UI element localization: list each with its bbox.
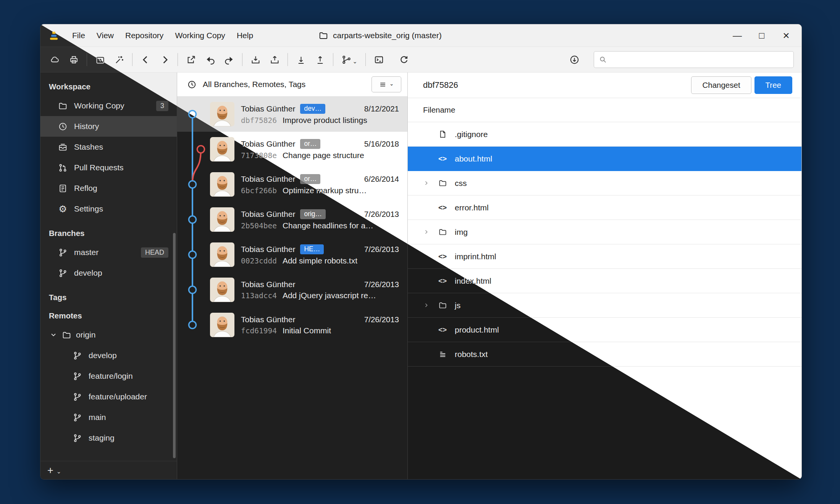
view-toggle: Changeset Tree [691, 76, 792, 94]
code-file-icon: <> [437, 204, 448, 212]
commit-content: Tobias Günther 7/26/2013 113adcc4 Add jQ… [241, 280, 407, 300]
sidebar-item-working-copy[interactable]: Working Copy 3 [40, 95, 177, 116]
quick-actions-button[interactable] [110, 51, 129, 68]
sidebar-item-remote-branch-feature-login[interactable]: feature/login [40, 366, 177, 386]
commit-date: 8/12/2021 [364, 104, 399, 113]
search-box [594, 51, 794, 68]
refresh-button[interactable] [394, 51, 413, 68]
commit-row[interactable]: Tobias Günther dev… 8/12/2021 dbf75826 I… [177, 97, 407, 132]
arrow-down-to-line-icon [296, 55, 306, 65]
history-options-button[interactable]: ⌄ [372, 76, 401, 92]
menu-repository[interactable]: Repository [120, 31, 169, 40]
push-button[interactable] [310, 51, 330, 68]
sidebar-item-remote-origin[interactable]: origin [40, 325, 177, 345]
print-button[interactable] [64, 51, 83, 68]
file-row[interactable]: .gitignore [408, 122, 801, 147]
maximize-button[interactable]: □ [750, 24, 774, 47]
avatar [210, 278, 234, 302]
sidebar-item-branch-master[interactable]: master HEAD [40, 242, 177, 263]
folder-row[interactable]: img [408, 220, 801, 244]
branch-label: feature/login [89, 372, 133, 381]
tree-button[interactable]: Tree [754, 76, 792, 94]
code-file-icon: <> [437, 277, 448, 285]
branch-badge: or… [300, 139, 320, 149]
stash-button[interactable] [246, 51, 265, 68]
sidebar-item-label: Pull Requests [74, 163, 124, 172]
sidebar-item-settings[interactable]: ⚙ Settings [40, 199, 177, 219]
commit-row[interactable]: Tobias Günther HE… 7/26/2013 0023cddd Ad… [177, 237, 407, 272]
fetch-button[interactable] [565, 51, 584, 68]
undo-button[interactable] [200, 51, 220, 68]
add-button[interactable]: + [47, 465, 53, 476]
menu-view[interactable]: View [91, 31, 120, 40]
chevron-down-icon[interactable]: ⌄ [57, 468, 61, 475]
expand-chevron-icon[interactable] [423, 180, 437, 186]
commit-message: Change page structure [283, 151, 364, 160]
branch-icon [73, 413, 82, 422]
expand-chevron-icon[interactable] [423, 302, 437, 309]
menu-file[interactable]: File [66, 31, 91, 40]
commit-date: 6/26/2014 [364, 174, 399, 184]
magic-wand-icon [114, 55, 124, 65]
branch-badge: orig… [300, 209, 326, 219]
pull-button[interactable] [291, 51, 310, 68]
checkout-button[interactable] [181, 51, 200, 68]
close-button[interactable]: × [774, 24, 798, 47]
redo-arrow-icon [224, 55, 234, 65]
commit-author: Tobias Günther [241, 315, 295, 324]
commit-hash: 113adcc4 [241, 291, 277, 300]
file-row[interactable]: <> imprint.html [408, 244, 801, 269]
titlebar: File View Repository Working Copy Help c… [40, 24, 801, 47]
chevron-down-icon[interactable] [50, 331, 57, 339]
window-title: carparts-website_orig (master) [318, 24, 442, 47]
expand-chevron-icon[interactable] [423, 229, 437, 235]
folder-name: img [455, 228, 468, 237]
folder-icon [437, 179, 448, 187]
commit-author: Tobias Günther [241, 210, 295, 219]
changeset-button[interactable]: Changeset [691, 76, 751, 94]
folder-icon [62, 330, 71, 340]
file-row[interactable]: <> error.html [408, 195, 801, 220]
file-name: about.html [455, 154, 492, 163]
merge-button[interactable]: ⌄ [337, 51, 362, 68]
code-file-icon: <> [437, 252, 448, 261]
commit-date: 7/26/2013 [364, 245, 399, 254]
sidebar-item-remote-branch-main[interactable]: main [40, 407, 177, 428]
file-name: error.html [455, 203, 489, 212]
sidebar-item-pull-requests[interactable]: Pull Requests [40, 157, 177, 178]
folder-row[interactable]: css [408, 171, 801, 195]
commit-content: Tobias Günther dev… 8/12/2021 dbf75826 I… [241, 104, 407, 125]
sidebar-item-reflog[interactable]: Reflog [40, 178, 177, 199]
sidebar-item-remote-branch-feature-uploader[interactable]: feature/uploader [40, 386, 177, 407]
sidebar-item-remote-branch-staging[interactable]: staging [40, 428, 177, 448]
sidebar-item-stashes[interactable]: Stashes [40, 137, 177, 157]
avatar [210, 102, 234, 126]
app-window: File View Repository Working Copy Help c… [40, 24, 802, 480]
menu-working-copy[interactable]: Working Copy [169, 31, 231, 40]
commit-row[interactable]: Tobias Günther 7/26/2013 113adcc4 Add jQ… [177, 272, 407, 307]
sidebar-item-branch-develop[interactable]: develop [40, 263, 177, 283]
commit-message: Change headlines for a… [283, 221, 373, 230]
cloud-icon [50, 55, 60, 65]
sidebar-item-remote-branch-develop[interactable]: develop [40, 345, 177, 366]
document-icon [58, 184, 68, 193]
file-row[interactable]: <> about.html [408, 147, 801, 171]
sidebar-scrollbar[interactable] [173, 233, 176, 458]
chevron-right-icon [160, 55, 170, 65]
branch-label: feature/uploader [89, 392, 147, 401]
sidebar-item-label: Working Copy [74, 101, 124, 110]
sidebar-item-history[interactable]: History [40, 116, 177, 137]
minimize-button[interactable]: — [725, 24, 750, 47]
cloud-services-button[interactable] [45, 51, 64, 68]
search-input[interactable] [611, 55, 789, 65]
folder-icon [318, 31, 328, 40]
history-back-button[interactable] [136, 51, 155, 68]
terminal-button[interactable] [369, 51, 388, 68]
avatar [210, 172, 234, 197]
redo-button[interactable] [220, 51, 239, 68]
printer-icon [69, 55, 79, 65]
history-forward-button[interactable] [155, 51, 174, 68]
commit-row[interactable]: Tobias Günther 7/26/2013 fcd61994 Initia… [177, 307, 407, 342]
apply-stash-button[interactable] [265, 51, 284, 68]
menu-help[interactable]: Help [231, 31, 259, 40]
